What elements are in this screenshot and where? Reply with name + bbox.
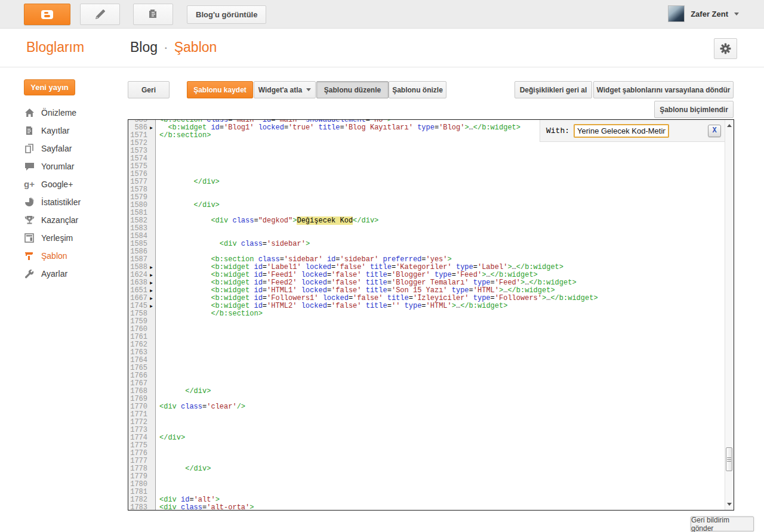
code-line: 1770<div class='clear'/> [128, 403, 725, 411]
code-line-text [155, 333, 159, 341]
fold-spacer [147, 318, 155, 326]
settings-gear-button[interactable] [714, 38, 737, 59]
scroll-up-icon[interactable] [725, 121, 734, 130]
fold-marker-icon[interactable]: ► [147, 302, 155, 310]
fold-spacer [147, 225, 155, 233]
edit-template-button[interactable]: Şablonu düzenle [316, 81, 389, 98]
blogger-template-editor-page: Blog'u görüntüle Zafer Zent Bloglarım Bl… [0, 0, 764, 532]
fold-spacer [147, 194, 155, 202]
breadcrumb-separator: · [158, 39, 174, 55]
code-line-text: </b:section> [155, 310, 263, 318]
fold-spacer [147, 504, 155, 511]
code-line-text [155, 147, 159, 155]
code-line: 1778 </div> [128, 465, 725, 473]
code-line-text [155, 357, 159, 364]
post-list-button[interactable] [133, 4, 173, 25]
code-line: 1765 [128, 364, 725, 372]
fold-marker-icon[interactable]: ► [147, 295, 155, 302]
user-menu[interactable]: Zafer Zent [668, 5, 739, 23]
fold-marker-icon[interactable]: ► [147, 271, 155, 279]
line-number: 1783 [128, 504, 147, 511]
sidebar-item-yerlesim[interactable]: Yerleşim [24, 229, 125, 247]
code-line-text: </div> [155, 465, 211, 473]
code-line-text [155, 349, 159, 357]
fold-spacer [147, 186, 155, 194]
template-code-editor[interactable]: 585<b:section class='main' id='main' sho… [128, 119, 734, 511]
new-post-button[interactable] [80, 4, 120, 25]
preview-template-button[interactable]: Şablonu önizle [389, 81, 446, 98]
code-area[interactable]: 585<b:section class='main' id='main' sho… [128, 119, 725, 511]
fold-spacer [147, 240, 155, 248]
fold-marker-icon[interactable]: ► [147, 264, 155, 271]
fold-spacer [147, 256, 155, 264]
replace-with-popup: With: X [540, 120, 725, 142]
fold-spacer [147, 419, 155, 426]
my-blogs-link[interactable]: Bloglarım [26, 39, 84, 55]
code-line-text [155, 411, 159, 419]
code-line: 1780 [128, 481, 725, 488]
fold-spacer [147, 357, 155, 364]
revert-changes-button[interactable]: Değişiklikleri geri al [515, 81, 592, 98]
sidebar-item-istatistikler[interactable]: İstatistikler [24, 193, 125, 211]
fold-marker-icon[interactable]: ► [147, 279, 155, 287]
posts-list-icon [147, 8, 160, 21]
wrench-icon [24, 268, 35, 279]
close-button[interactable]: X [708, 125, 721, 137]
code-line-text: </b:section> [155, 132, 211, 140]
scrollbar-thumb[interactable] [726, 447, 732, 471]
code-line: 1583 [128, 225, 725, 233]
scroll-down-icon[interactable] [725, 500, 734, 509]
chevron-down-icon [734, 13, 739, 16]
code-line: 1759 [128, 318, 725, 326]
save-template-button[interactable]: Şablonu kaydet [187, 81, 253, 98]
sidebar-item-sayfalar[interactable]: Sayfalar [24, 140, 125, 157]
breadcrumb: Blog·Şablon [130, 39, 217, 55]
fold-spacer [147, 426, 155, 434]
fold-spacer [147, 163, 155, 171]
fold-marker-icon[interactable]: ► [147, 287, 155, 295]
fold-marker-icon[interactable]: ► [147, 124, 155, 132]
user-avatar [668, 5, 685, 22]
sidebar-item-yorumlar[interactable]: Yorumlar [24, 157, 125, 175]
fold-spacer [147, 171, 155, 178]
breadcrumb-blog-name[interactable]: Blog [130, 39, 158, 55]
sidebar-item-sablon[interactable]: Şablon [24, 247, 125, 265]
template-icon [24, 250, 35, 261]
fold-spacer [147, 119, 155, 124]
code-line: 1580 </div> [128, 202, 725, 209]
code-line-text [155, 341, 159, 349]
code-line: 1771 [128, 411, 725, 419]
code-line: 1585 <div class='sidebar'> [128, 240, 725, 248]
jump-to-widget-dropdown[interactable]: Widget'a atla [254, 81, 316, 98]
new-post-orange-button[interactable]: Yeni yayın [24, 79, 75, 95]
code-line-text: </div> [155, 178, 220, 186]
blogger-home-button[interactable] [24, 4, 70, 25]
editor-scrollbar[interactable] [725, 120, 734, 510]
fold-spacer [147, 434, 155, 442]
code-line-text [155, 481, 159, 488]
revert-widget-templates-button[interactable]: Widget şablonlarını varsayılana döndür [593, 81, 734, 98]
code-line-text [155, 419, 159, 426]
sidebar-item-kayitlar[interactable]: Kayıtlar [24, 122, 125, 140]
code-line: 1764 [128, 357, 725, 364]
blogger-logo-icon [41, 10, 53, 19]
replace-with-input[interactable] [574, 124, 669, 138]
send-feedback-button[interactable]: Geri bildirim gönder [691, 516, 754, 531]
sidebar-item-onizleme[interactable]: Önizleme [24, 104, 125, 122]
sidebar-item-kazanclar[interactable]: Kazançlar [24, 211, 125, 229]
fold-spacer [147, 380, 155, 388]
stats-icon [24, 197, 35, 208]
format-template-button[interactable]: Şablonu biçimlendir [654, 101, 734, 118]
code-line-text [155, 372, 159, 380]
code-line-text [155, 186, 159, 194]
back-button[interactable]: Geri [128, 81, 170, 98]
view-blog-button[interactable]: Blog'u görüntüle [187, 5, 266, 24]
user-name: Zafer Zent [691, 10, 728, 18]
replace-with-label: With: [546, 126, 569, 135]
sidebar-item-ayarlar[interactable]: Ayarlar [24, 265, 125, 283]
fold-spacer [147, 178, 155, 186]
code-line-text [155, 450, 159, 457]
code-line-text [155, 380, 159, 388]
sidebar-item-googleplus[interactable]: g+ Google+ [24, 175, 125, 193]
code-line-text [155, 364, 159, 372]
